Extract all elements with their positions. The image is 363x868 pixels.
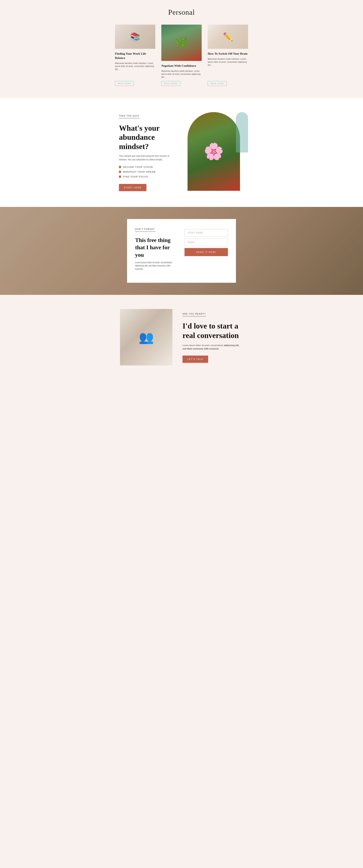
quiz-list-item-1: SECURE YOUR VISION bbox=[119, 166, 176, 168]
quiz-left-panel: TAKE THE QUIZ What's your abundance mind… bbox=[119, 114, 176, 191]
quiz-right-panel bbox=[187, 112, 244, 193]
blog-card-image-woman bbox=[161, 25, 202, 61]
quiz-list-item-2: MANIFEST YOUR DREAM bbox=[119, 170, 176, 173]
conversation-label: ARE YOU READY? bbox=[182, 313, 206, 316]
free-label: DON'T FORGET bbox=[135, 228, 155, 232]
read-more-button-1[interactable]: READ MORE bbox=[115, 81, 134, 86]
blog-card-text-3: Maecenas faucibus mollis interdum. Lorem… bbox=[208, 58, 248, 79]
quiz-image bbox=[187, 112, 240, 191]
lets-talk-button[interactable]: LET'S TALK bbox=[182, 355, 208, 363]
quiz-heading: What's your abundance mindset? bbox=[119, 124, 176, 151]
blog-card-text-1: Maecenas faucibus mollis interdum. Lorem… bbox=[115, 62, 155, 79]
free-card: DON'T FORGET This free thing that I have… bbox=[127, 219, 236, 283]
read-more-button-2[interactable]: READ MORE bbox=[161, 81, 180, 86]
free-section: DON'T FORGET This free thing that I have… bbox=[0, 207, 363, 295]
send-button[interactable]: SEND IT NOW! bbox=[184, 248, 228, 256]
email-input[interactable] bbox=[184, 239, 228, 246]
free-heading: This free thing that I have for you bbox=[135, 237, 179, 258]
quiz-start-button[interactable]: START HERE bbox=[119, 184, 146, 191]
blog-card-title-2: Negotiate With Confidence bbox=[161, 64, 202, 68]
first-name-input[interactable] bbox=[184, 229, 228, 237]
blog-card-title-1: Finding Your Work Life Balance bbox=[115, 52, 155, 60]
quiz-section: TAKE THE QUIZ What's your abundance mind… bbox=[0, 98, 363, 207]
conversation-right-panel: ARE YOU READY? I'd love to start a real … bbox=[182, 312, 243, 363]
free-card-right: SEND IT NOW! bbox=[184, 229, 228, 256]
blog-grid: Finding Your Work Life Balance Maecenas … bbox=[115, 25, 248, 86]
quiz-description: This sample quiz was built using the fre… bbox=[119, 154, 176, 161]
read-more-button-3[interactable]: READ MORE bbox=[208, 81, 227, 86]
site-title: Personal bbox=[12, 8, 351, 17]
free-card-left: DON'T FORGET This free thing that I have… bbox=[135, 227, 179, 275]
blog-card-switch-off: How To Switch Off Your Brain Maecenas fa… bbox=[208, 25, 248, 86]
conversation-section: 👥 ARE YOU READY? I'd love to start a rea… bbox=[0, 295, 363, 379]
conversation-heading: I'd love to start a real conversation bbox=[182, 321, 243, 340]
free-card-inner: DON'T FORGET This free thing that I have… bbox=[135, 227, 228, 275]
blog-card-image-desk bbox=[208, 25, 248, 49]
quiz-label: TAKE THE QUIZ bbox=[119, 115, 139, 118]
blog-section: Personal Finding Your Work Life Balance … bbox=[0, 0, 363, 98]
quiz-teal-accent bbox=[236, 112, 248, 152]
conversation-image: 👥 bbox=[120, 309, 173, 366]
quiz-list: SECURE YOUR VISION MANIFEST YOUR DREAM F… bbox=[119, 166, 176, 178]
free-text: Lorem ipsum dolor sit amet, consectetuer… bbox=[135, 261, 179, 271]
blog-card-title-3: How To Switch Off Your Brain bbox=[208, 52, 248, 56]
blog-card-work-life: Finding Your Work Life Balance Maecenas … bbox=[115, 25, 155, 86]
quiz-list-item-3: FIND YOUR FOCUS bbox=[119, 176, 176, 178]
blog-card-text-2: Maecenas faucibus mollis interdum. Lorem… bbox=[161, 69, 202, 79]
blog-card-image-books bbox=[115, 25, 155, 49]
blog-card-negotiate: Negotiate With Confidence Maecenas fauci… bbox=[161, 25, 202, 86]
conversation-text: Lorem ipsum dolor sit amet, consectetuer… bbox=[182, 344, 243, 351]
